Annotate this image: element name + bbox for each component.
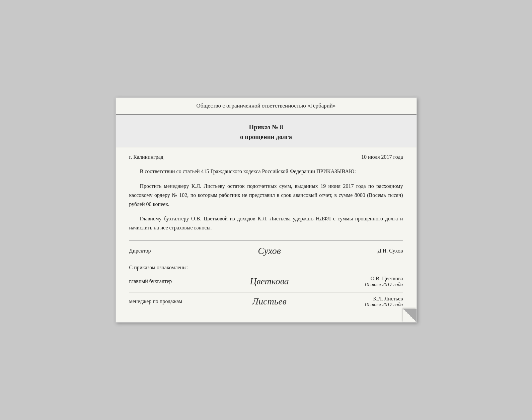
header-section: Общество с ограниченной ответственностью… (116, 98, 416, 115)
date-label: 10 июля 2017 года (361, 154, 403, 160)
manager-name: К.Л. Листьев (336, 296, 403, 302)
director-title: Директор (129, 248, 203, 254)
manager-title: менеджер по продажам (129, 298, 203, 304)
doc-title-line2: о прощении долга (240, 133, 292, 140)
city-label: г. Калининград (129, 154, 164, 160)
doc-title-line1: Приказ № 8 (249, 124, 283, 131)
manager-signature-image: Листьев (203, 296, 336, 307)
signatures-section: Директор Сухов Д.Н. Сухов С приказом озн… (129, 240, 403, 312)
accountant-name: О.В. Цветкова (336, 276, 403, 282)
manager-date: 10 июля 2017 года (336, 302, 403, 307)
manager-signature-row: менеджер по продажам Листьев К.Л. Листье… (129, 292, 403, 312)
accountant-name-block: О.В. Цветкова 10 июля 2017 года (336, 276, 403, 287)
city-date-row: г. Калининград 10 июля 2017 года (129, 154, 403, 160)
paragraph-3: Главному бухгалтеру О.В. Цветковой из до… (129, 214, 403, 232)
director-signature-image: Сухов (203, 246, 336, 256)
doc-title: Приказ № 8 о прощении долга (126, 123, 406, 142)
director-name: Д.Н. Сухов (336, 248, 403, 254)
paragraph-1: В соответствии со статьей 415 Гражданско… (129, 167, 403, 176)
body-section: г. Калининград 10 июля 2017 года В соотв… (116, 147, 416, 322)
accountant-signature-row: главный бухгалтер Цветкова О.В. Цветкова… (129, 272, 403, 292)
acquainted-label: С приказом ознакомлены: (129, 261, 403, 272)
document: Общество с ограниченной ответственностью… (116, 97, 417, 322)
accountant-signature-image: Цветкова (203, 276, 336, 287)
accountant-title: главный бухгалтер (129, 278, 203, 284)
paragraph-2: Простить менеджеру К.Л. Листьеву остаток… (129, 182, 403, 209)
manager-name-block: К.Л. Листьев 10 июля 2017 года (336, 296, 403, 307)
company-name: Общество с ограниченной ответственностью… (197, 102, 336, 109)
director-signature-row: Директор Сухов Д.Н. Сухов (129, 240, 403, 261)
accountant-date: 10 июля 2017 года (336, 282, 403, 287)
title-section: Приказ № 8 о прощении долга (116, 115, 416, 147)
